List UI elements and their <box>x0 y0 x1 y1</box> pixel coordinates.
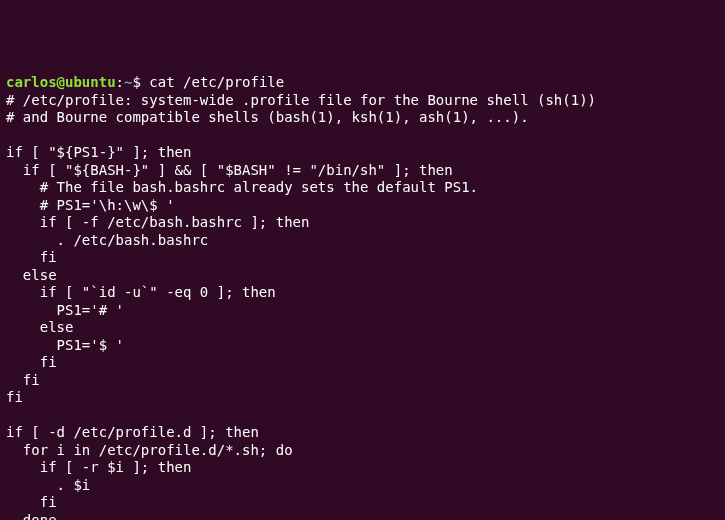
output-line: if [ "`id -u`" -eq 0 ]; then <box>6 284 276 300</box>
output-line: # PS1='\h:\w\$ ' <box>6 197 175 213</box>
output-line: else <box>6 319 73 335</box>
command-text: cat /etc/profile <box>149 74 284 90</box>
output-line: for i in /etc/profile.d/*.sh; do <box>6 442 293 458</box>
output-line: if [ "${PS1-}" ]; then <box>6 144 191 160</box>
output-line: # and Bourne compatible shells (bash(1),… <box>6 109 529 125</box>
output-line: PS1='# ' <box>6 302 124 318</box>
output-line: fi <box>6 389 23 405</box>
output-line: else <box>6 267 57 283</box>
output-line: # The file bash.bashrc already sets the … <box>6 179 478 195</box>
prompt-user: carlos <box>6 74 57 90</box>
prompt-dollar: $ <box>132 74 140 90</box>
output-line: fi <box>6 494 57 510</box>
prompt-at: @ <box>57 74 65 90</box>
output-line: . /etc/bash.bashrc <box>6 232 208 248</box>
output-line: done <box>6 512 57 521</box>
output-line: PS1='$ ' <box>6 337 124 353</box>
terminal-window[interactable]: carlos@ubuntu:~$ cat /etc/profile # /etc… <box>6 74 719 520</box>
output-line: if [ -f /etc/bash.bashrc ]; then <box>6 214 309 230</box>
output-line: fi <box>6 354 57 370</box>
output-line: if [ "${BASH-}" ] && [ "$BASH" != "/bin/… <box>6 162 453 178</box>
output-line: fi <box>6 249 57 265</box>
output-line: if [ -d /etc/profile.d ]; then <box>6 424 259 440</box>
prompt-line-1: carlos@ubuntu:~$ cat /etc/profile <box>6 74 284 90</box>
output-line: if [ -r $i ]; then <box>6 459 191 475</box>
output-line: # /etc/profile: system-wide .profile fil… <box>6 92 596 108</box>
output-line: . $i <box>6 477 90 493</box>
prompt-colon: : <box>116 74 124 90</box>
prompt-host: ubuntu <box>65 74 116 90</box>
output-line: fi <box>6 372 40 388</box>
